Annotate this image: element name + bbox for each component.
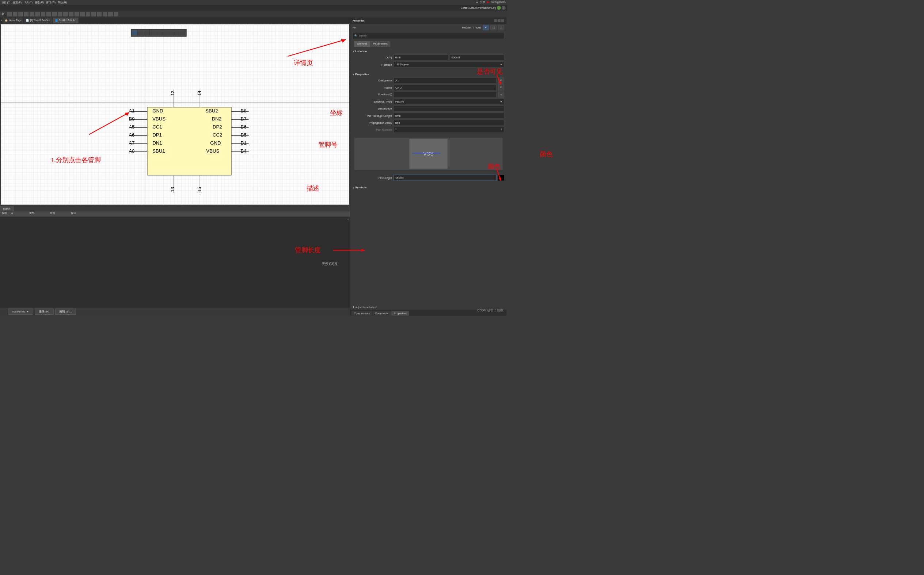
annotation: 颜色 bbox=[540, 150, 553, 159]
watermark: CSDN @非子凯凯 bbox=[477, 308, 503, 313]
col-header[interactable]: 类型 bbox=[29, 211, 34, 216]
tool-icon[interactable] bbox=[24, 12, 29, 16]
menu-item[interactable]: 项目 (C) bbox=[2, 1, 10, 4]
add-pin-button[interactable]: Add Pin Info▼ bbox=[8, 308, 33, 315]
tool-icon[interactable] bbox=[46, 12, 51, 16]
menu-item[interactable]: 工具 (T) bbox=[24, 1, 32, 4]
mirror-icon[interactable] bbox=[162, 30, 167, 35]
tool-icon[interactable] bbox=[19, 12, 23, 16]
tool-icon[interactable] bbox=[97, 12, 102, 16]
tool-icon[interactable] bbox=[7, 12, 12, 16]
section-symbols[interactable]: Symbols bbox=[352, 185, 504, 190]
toolbar-label: 名 bbox=[2, 12, 5, 16]
line-icon[interactable] bbox=[168, 30, 174, 35]
col-header[interactable]: 描述 bbox=[71, 211, 76, 216]
stepper-icon: ⇳ bbox=[500, 128, 502, 131]
label-xy: (X/Y) bbox=[352, 56, 392, 59]
floating-toolbar[interactable] bbox=[131, 29, 187, 37]
menu-item[interactable]: 帮助 (H) bbox=[58, 1, 67, 4]
select-icon[interactable]: ⬚ bbox=[490, 25, 496, 30]
collapse-icon[interactable]: « bbox=[505, 1, 506, 4]
tool-icon[interactable] bbox=[80, 12, 85, 16]
tool-icon[interactable] bbox=[69, 12, 73, 16]
select-rotation[interactable]: 180 Degrees▼ bbox=[393, 62, 504, 68]
filter-icon[interactable]: ▼ bbox=[483, 25, 489, 30]
tab-home[interactable]: 🏠Home Page bbox=[3, 17, 23, 23]
menu-item[interactable]: 放置 (P) bbox=[13, 1, 22, 4]
back-icon[interactable]: ← bbox=[497, 6, 501, 10]
tool-icon[interactable] bbox=[58, 12, 62, 16]
tab-parameters[interactable]: Parameters bbox=[370, 41, 390, 47]
tab-schdoc[interactable]: 📄[1] Sheet1.SchDoc bbox=[24, 17, 52, 23]
redo-icon[interactable] bbox=[114, 12, 118, 16]
search-input[interactable]: 🔍Search bbox=[352, 32, 504, 39]
move-icon[interactable] bbox=[138, 30, 143, 35]
collapse-icon[interactable]: « bbox=[347, 218, 349, 221]
share-label[interactable]: 分享 bbox=[480, 0, 485, 4]
pin-name: CC2 bbox=[213, 132, 222, 138]
dock-icon[interactable] bbox=[498, 19, 500, 22]
tool-icon[interactable] bbox=[52, 12, 57, 16]
part-icon[interactable] bbox=[180, 30, 185, 35]
input-description[interactable] bbox=[393, 105, 504, 111]
snap-icon[interactable] bbox=[156, 30, 161, 35]
highlight-icon[interactable]: ⬚ bbox=[498, 25, 504, 30]
text-icon[interactable] bbox=[174, 30, 179, 35]
input-x[interactable]: 0mil bbox=[393, 54, 448, 60]
label-functions: Functions ⓘ bbox=[352, 93, 392, 96]
annotation: 坐标 bbox=[330, 108, 343, 117]
col-header[interactable]: 位置 bbox=[50, 211, 55, 216]
tool-icon[interactable] bbox=[75, 12, 79, 16]
label-propagation-delay: Propagation Delay bbox=[352, 121, 392, 124]
axis-h bbox=[1, 103, 349, 103]
input-pd[interactable]: 0ps bbox=[393, 120, 504, 125]
editor-tab[interactable]: Editor bbox=[0, 206, 14, 211]
select-icon[interactable] bbox=[144, 30, 150, 35]
tab-properties[interactable]: Properties bbox=[391, 311, 409, 315]
filter-icon[interactable] bbox=[132, 30, 137, 35]
delete-button[interactable]: 删除 (R) bbox=[35, 308, 53, 315]
pin-designator: A7 bbox=[129, 140, 134, 146]
tool-icon[interactable] bbox=[86, 12, 90, 16]
tool-icon[interactable] bbox=[41, 12, 45, 16]
input-y[interactable]: 600mil bbox=[450, 54, 504, 60]
menu-item[interactable]: 报告 (R) bbox=[35, 1, 44, 4]
info-icon[interactable]: ⓘ bbox=[389, 93, 392, 96]
input-ppl[interactable]: 0mil bbox=[393, 113, 504, 119]
object-type: Pin bbox=[352, 26, 356, 29]
tool-icon[interactable] bbox=[63, 12, 68, 16]
tool-icon[interactable] bbox=[103, 12, 107, 16]
edit-button[interactable]: 编辑 (E)... bbox=[55, 308, 76, 315]
col-header[interactable]: 模型 bbox=[2, 211, 6, 216]
pin-preview: VSS 颜色 bbox=[354, 138, 503, 170]
close-icon[interactable] bbox=[501, 19, 504, 22]
tab-schlib[interactable]: 📘Schlib1.SchLib * bbox=[53, 17, 78, 23]
menu-item[interactable]: 窗口 (W) bbox=[46, 1, 56, 4]
tool-icon[interactable] bbox=[30, 12, 34, 16]
close-icon[interactable]: × bbox=[1, 19, 2, 22]
select-electrical-type[interactable]: Passive▼ bbox=[393, 98, 504, 105]
schematic-canvas[interactable]: A1 B9 A5 A6 A7 A8 GND VBUS CC1 DP1 DN1 S… bbox=[1, 24, 349, 205]
tool-icon[interactable] bbox=[35, 12, 40, 16]
tab-comments[interactable]: Comments bbox=[373, 311, 391, 315]
undo-icon[interactable] bbox=[108, 12, 113, 16]
svg-marker-7 bbox=[499, 81, 501, 85]
section-location[interactable]: Location bbox=[352, 49, 504, 53]
label-pin-length: Pin Length bbox=[352, 176, 392, 179]
pin-icon[interactable] bbox=[494, 19, 497, 22]
tab-components[interactable]: Components bbox=[352, 311, 372, 315]
align-icon[interactable] bbox=[150, 30, 155, 35]
tool-icon[interactable] bbox=[13, 12, 17, 16]
signin-label[interactable]: Not Signed In bbox=[491, 1, 505, 4]
tool-icon[interactable] bbox=[91, 12, 96, 16]
share-icon[interactable]: ➦ bbox=[476, 1, 478, 4]
add-icon[interactable]: + bbox=[498, 92, 504, 97]
status-dot bbox=[487, 2, 489, 3]
input-functions[interactable] bbox=[393, 92, 497, 97]
input-pin-length[interactable]: 150mil bbox=[393, 175, 497, 181]
forward-icon[interactable]: • bbox=[502, 6, 506, 10]
pin-name: VBUS bbox=[206, 148, 219, 154]
input-designator[interactable]: A1 bbox=[393, 78, 497, 83]
input-name[interactable]: GND bbox=[393, 85, 497, 91]
tab-general[interactable]: General bbox=[354, 41, 370, 47]
